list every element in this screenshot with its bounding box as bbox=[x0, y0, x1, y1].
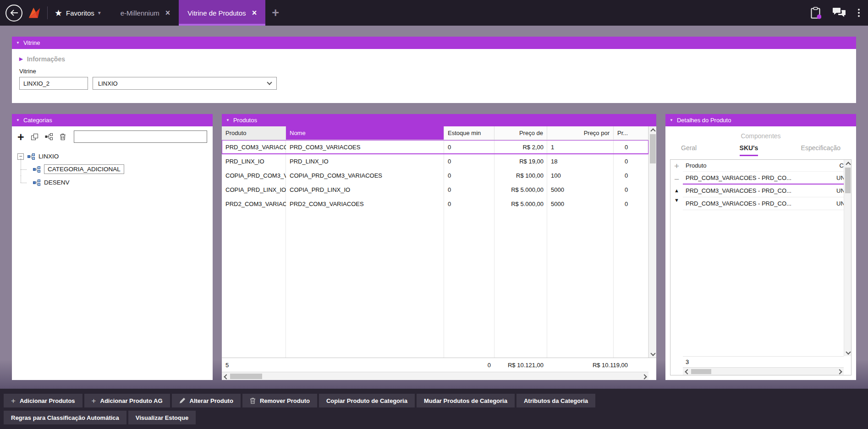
button-label: Visualizar Estoque bbox=[136, 414, 188, 421]
sku-name: PRD_COM3_VARIACOES - PRD_CO... bbox=[686, 200, 791, 207]
bottom-toolbar: + Adicionar Produtos + Adicionar Produto… bbox=[0, 389, 868, 429]
list-item[interactable]: PRD_COM3_VARIACOES - PRD_CO... UN bbox=[683, 172, 844, 185]
produtos-vertical-scrollbar[interactable] bbox=[648, 126, 656, 358]
visualizar-estoque-button[interactable]: Visualizar Estoque bbox=[128, 411, 196, 424]
vitrine-code-input[interactable] bbox=[19, 77, 88, 90]
column-header-c[interactable]: C bbox=[840, 162, 844, 169]
scroll-left-icon[interactable] bbox=[222, 373, 229, 380]
categorias-toolbar: + bbox=[12, 126, 213, 146]
move-category-button[interactable] bbox=[45, 133, 53, 140]
detalhes-panel-header[interactable]: ▼ Detalhes do Produto bbox=[665, 114, 856, 126]
close-icon[interactable]: × bbox=[165, 9, 170, 17]
tab-e-millennium[interactable]: e-Millennium × bbox=[112, 0, 179, 26]
tree-node-desenv[interactable]: DESENV bbox=[21, 176, 207, 189]
informacoes-header[interactable]: ▶ Informações bbox=[19, 55, 849, 63]
favorites-menu[interactable]: ★ Favoritos ▾ bbox=[55, 9, 101, 17]
cell-preco-de: R$ 19,00 bbox=[494, 154, 547, 168]
componentes-label: Componentes bbox=[670, 128, 852, 141]
expand-triangle-icon: ▶ bbox=[19, 57, 23, 61]
preco-por-total: R$ 10.119,00 bbox=[547, 358, 656, 372]
table-row[interactable]: PRD_COM3_VARIACOES PRD_COM3_VARIACOES 0 … bbox=[222, 140, 648, 154]
list-item[interactable]: PRD_COM3_VARIACOES - PRD_CO... UN bbox=[683, 185, 844, 197]
table-row[interactable]: PRD2_COM3_VARIACOES PRD2_COM3_VARIACOES … bbox=[222, 197, 648, 211]
add-sku-button[interactable]: + bbox=[674, 162, 679, 170]
add-subcategory-button[interactable] bbox=[31, 133, 38, 141]
move-up-button[interactable]: ▲ bbox=[674, 188, 679, 193]
tab-label: Vitrine de Produtos bbox=[187, 9, 246, 17]
column-header-estoque-min[interactable]: Estoque min bbox=[444, 126, 494, 140]
row-count: 5 bbox=[222, 358, 286, 372]
column-header-preco-por[interactable]: Preço por bbox=[547, 126, 614, 140]
button-label: Adicionar Produto AG bbox=[100, 397, 163, 404]
vitrine-section-title: Vitrine bbox=[23, 39, 40, 46]
remove-sku-button[interactable]: − bbox=[674, 175, 679, 184]
remover-produto-button[interactable]: Remover Produto bbox=[242, 394, 317, 407]
scroll-down-icon[interactable] bbox=[649, 350, 656, 358]
produtos-horizontal-scrollbar[interactable] bbox=[222, 372, 648, 380]
scroll-left-icon[interactable] bbox=[683, 368, 690, 375]
produtos-panel-header[interactable]: ▼ Produtos bbox=[222, 114, 656, 126]
category-icon bbox=[33, 179, 40, 186]
close-icon[interactable]: × bbox=[252, 9, 257, 17]
cell-nome: PRD2_COM3_VARIACOES bbox=[286, 197, 444, 211]
cell-estoque-min: 0 bbox=[444, 168, 494, 183]
list-item[interactable]: PRD_COM3_VARIACOES - PRD_CO... UN bbox=[683, 197, 844, 210]
move-down-button[interactable]: ▼ bbox=[674, 198, 679, 203]
vitrine-section-header[interactable]: ▼ Vitrine bbox=[12, 37, 856, 49]
back-button[interactable] bbox=[5, 5, 22, 22]
categorias-panel-header[interactable]: ▼ Categorias bbox=[12, 114, 213, 126]
tree-node-linxio[interactable]: − LINXIO bbox=[17, 150, 207, 163]
topbar: ★ Favoritos ▾ e-Millennium × Vitrine de … bbox=[0, 0, 868, 26]
scrollbar-thumb[interactable] bbox=[845, 168, 851, 193]
vitrine-select-value: LINXIO bbox=[98, 80, 118, 87]
plus-icon: + bbox=[92, 397, 96, 405]
tab-skus[interactable]: SKU's bbox=[740, 144, 758, 156]
regras-classificacao-automatica-button[interactable]: Regras para Classificação Automática bbox=[4, 411, 126, 424]
table-row[interactable]: COPIA_PRD_COM3_VARIACOES COPIA_PRD_COM3_… bbox=[222, 168, 648, 183]
scrollbar-thumb[interactable] bbox=[650, 134, 656, 163]
column-header-preco-de[interactable]: Preço de bbox=[494, 126, 547, 140]
scroll-down-icon[interactable] bbox=[844, 349, 852, 356]
column-header-produto[interactable]: Produto bbox=[222, 126, 286, 140]
toolbar-row-1: + Adicionar Produtos + Adicionar Produto… bbox=[4, 394, 864, 407]
scroll-up-icon[interactable] bbox=[649, 126, 656, 134]
scroll-up-icon[interactable] bbox=[844, 160, 852, 167]
adicionar-produto-ag-button[interactable]: + Adicionar Produto AG bbox=[84, 394, 170, 407]
delete-category-button[interactable] bbox=[60, 133, 66, 141]
tree-node-categoria-adicional[interactable]: CATEGORIA_ADICIONAL bbox=[21, 163, 207, 176]
scrollbar-thumb[interactable] bbox=[691, 369, 711, 374]
scroll-right-icon[interactable] bbox=[641, 373, 648, 380]
tab-geral[interactable]: Geral bbox=[681, 144, 697, 156]
kebab-menu-icon[interactable] bbox=[857, 8, 861, 18]
alterar-produto-button[interactable]: Alterar Produto bbox=[172, 394, 241, 407]
content-area: ▼ Vitrine ▶ Informações Vitrine LINXIO bbox=[0, 26, 868, 389]
button-label: Atributos da Categoria bbox=[524, 397, 588, 404]
table-row[interactable]: COPIA_PRD_LINX_IO COPIA_PRD_LINX_IO 0 R$… bbox=[222, 183, 648, 197]
tab-vitrine-de-produtos[interactable]: Vitrine de Produtos × bbox=[179, 0, 265, 26]
layered-squares-icon bbox=[31, 133, 38, 141]
sku-horizontal-scrollbar[interactable] bbox=[683, 367, 844, 375]
pencil-icon bbox=[179, 397, 186, 404]
column-header-nome[interactable]: Nome bbox=[286, 126, 444, 140]
scroll-right-icon[interactable] bbox=[836, 368, 844, 375]
sku-vertical-scrollbar[interactable] bbox=[844, 160, 851, 356]
collapse-triangle-icon: ▼ bbox=[670, 119, 673, 122]
mudar-produtos-de-categoria-button[interactable]: Mudar Produtos de Categoria bbox=[417, 394, 515, 407]
tab-especificacao[interactable]: Especificação bbox=[801, 144, 841, 156]
new-tab-button[interactable]: + bbox=[272, 7, 279, 19]
copiar-produto-de-categoria-button[interactable]: Copiar Produto de Categoria bbox=[319, 394, 415, 407]
column-header-pr[interactable]: Pr... bbox=[614, 126, 648, 140]
vitrine-field-label: Vitrine bbox=[19, 68, 849, 75]
atributos-da-categoria-button[interactable]: Atributos da Categoria bbox=[516, 394, 595, 407]
column-header-produto[interactable]: Produto bbox=[686, 162, 707, 169]
add-category-button[interactable]: + bbox=[17, 133, 24, 141]
scrollbar-thumb[interactable] bbox=[230, 374, 262, 379]
clipboard-notifications-icon[interactable] bbox=[811, 7, 821, 19]
chat-icon[interactable] bbox=[832, 7, 846, 18]
vitrine-select[interactable]: LINXIO bbox=[93, 77, 277, 90]
detalhes-panel: ▼ Detalhes do Produto Componentes Geral … bbox=[665, 114, 856, 380]
category-search-input[interactable] bbox=[74, 130, 207, 143]
table-row[interactable]: PRD_LINX_IO PRD_LINX_IO 0 R$ 19,00 18 0 bbox=[222, 154, 648, 168]
topbar-divider bbox=[47, 6, 48, 19]
adicionar-produtos-button[interactable]: + Adicionar Produtos bbox=[4, 394, 82, 407]
